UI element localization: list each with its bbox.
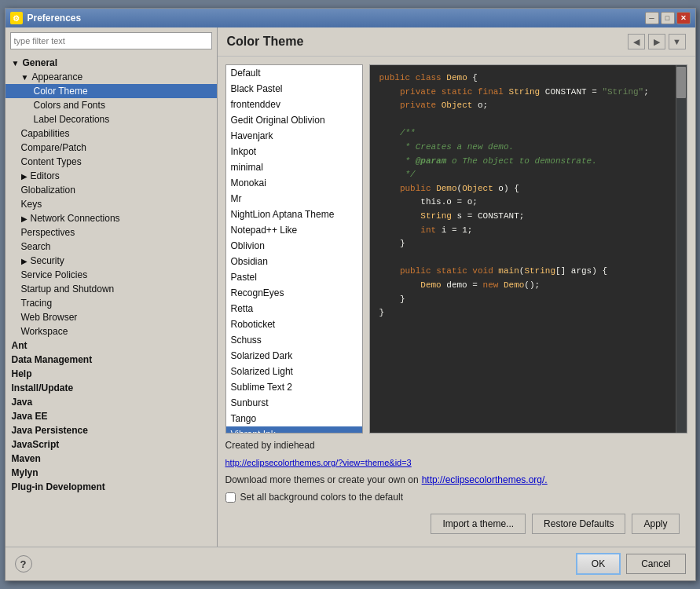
tree-item-general[interactable]: ▼General (5, 56, 217, 70)
theme-item-obsidian[interactable]: Obsidian (226, 254, 362, 269)
window-title: Preferences (27, 13, 640, 24)
nav-forward-button[interactable]: ▶ (648, 34, 665, 49)
tree-item-workspace[interactable]: Workspace (5, 324, 217, 338)
tree-item-web-browser[interactable]: Web Browser (5, 310, 217, 324)
filter-box (5, 27, 217, 54)
theme-item-sublime-text-2[interactable]: Sublime Text 2 (226, 379, 362, 395)
theme-item-frontenddev[interactable]: frontenddev (226, 97, 362, 112)
tree-item-search[interactable]: Search (5, 240, 217, 254)
tree-item-globalization[interactable]: Globalization (5, 183, 217, 197)
theme-item-retta[interactable]: Retta (226, 301, 362, 316)
left-panel: ▼General ▼Appearance Color Theme Colors … (5, 27, 218, 547)
scrollbar-thumb[interactable] (676, 67, 686, 98)
preferences-window: ⚙ Preferences ─ □ ✕ ▼General ▼Appearance (5, 8, 696, 581)
title-bar: ⚙ Preferences ─ □ ✕ (5, 9, 695, 27)
background-checkbox[interactable] (225, 492, 236, 503)
theme-item-inkpot[interactable]: Inkpot (226, 144, 362, 159)
tree-item-service-policies[interactable]: Service Policies (5, 268, 217, 282)
nav-menu-button[interactable]: ▼ (669, 34, 686, 49)
tree-item-appearance[interactable]: ▼Appearance (5, 70, 217, 84)
main-content: ▼General ▼Appearance Color Theme Colors … (5, 27, 695, 547)
preview-scrollbar[interactable] (676, 65, 687, 433)
download-link[interactable]: http://eclipsecolorthemes.org/. (422, 474, 548, 485)
theme-item-gedit[interactable]: Gedit Original Oblivion (226, 112, 362, 128)
tree-item-capabilities[interactable]: Capabilities (5, 126, 217, 141)
theme-item-mr[interactable]: Mr (226, 191, 362, 207)
theme-item-minimal[interactable]: minimal (226, 159, 362, 175)
close-button[interactable]: ✕ (676, 12, 691, 24)
tree-item-ant[interactable]: Ant (5, 338, 217, 353)
cancel-button[interactable]: Cancel (626, 554, 685, 574)
tree-item-help[interactable]: Help (5, 367, 217, 381)
tree-item-security[interactable]: ▶Security (5, 254, 217, 268)
bottom-buttons: Import a theme... Restore Defaults Apply (225, 509, 687, 539)
theme-item-solarized-dark[interactable]: Solarized Dark (226, 348, 362, 364)
right-content: Default Black Pastel frontenddev Gedit O… (218, 57, 695, 547)
tree-item-plugin-dev[interactable]: Plug-in Development (5, 480, 217, 494)
theme-item-sunburst[interactable]: Sunburst (226, 395, 362, 411)
theme-item-vibrant-ink[interactable]: Vibrant Ink (226, 426, 362, 434)
theme-item-solarized-light[interactable]: Solarized Light (226, 364, 362, 379)
restore-defaults-button[interactable]: Restore Defaults (532, 514, 625, 534)
download-text: Download more themes or create your own … (225, 474, 419, 485)
checkbox-row: Set all background colors to the default (225, 492, 687, 503)
tree-item-content-types[interactable]: Content Types (5, 155, 217, 169)
creator-link[interactable]: http://eclipsecolorthemes.org/?view=them… (225, 458, 412, 467)
tree-item-javascript[interactable]: JavaScript (5, 437, 217, 452)
creator-info: Created by indiehead (225, 440, 687, 451)
theme-item-recogneyes[interactable]: RecognEyes (226, 285, 362, 301)
theme-item-black-pastel[interactable]: Black Pastel (226, 81, 362, 97)
tree-item-java-ee[interactable]: Java EE (5, 409, 217, 423)
dialog-bottom: ? OK Cancel (5, 547, 695, 580)
theme-item-notepadpp[interactable]: Notepad++ Like (226, 222, 362, 238)
theme-item-pastel[interactable]: Pastel (226, 269, 362, 285)
tree-item-java[interactable]: Java (5, 395, 217, 409)
creator-link-row: http://eclipsecolorthemes.org/?view=them… (225, 457, 687, 468)
ok-button[interactable]: OK (577, 554, 620, 574)
tree-item-tracing[interactable]: Tracing (5, 296, 217, 310)
themes-list[interactable]: Default Black Pastel frontenddev Gedit O… (225, 64, 363, 434)
window-controls: ─ □ ✕ (645, 12, 691, 24)
import-theme-button[interactable]: Import a theme... (431, 514, 526, 534)
theme-item-nightlion[interactable]: NightLion Aptana Theme (226, 207, 362, 222)
code-preview: public class Demo { private static final… (370, 65, 687, 327)
tree-item-mylyn[interactable]: Mylyn (5, 466, 217, 480)
theme-item-oblivion[interactable]: Oblivion (226, 238, 362, 254)
theme-item-schuss[interactable]: Schuss (226, 332, 362, 348)
filter-input[interactable] (10, 32, 212, 49)
nav-buttons: ◀ ▶ ▼ (628, 34, 686, 49)
download-row: Download more themes or create your own … (225, 474, 687, 485)
apply-button[interactable]: Apply (632, 514, 679, 534)
minimize-button[interactable]: ─ (645, 12, 659, 24)
theme-item-havenjark[interactable]: Havenjark (226, 128, 362, 144)
nav-back-button[interactable]: ◀ (628, 34, 645, 49)
dialog-action-buttons: OK Cancel (577, 554, 686, 574)
tree-item-network-connections[interactable]: ▶Network Connections (5, 211, 217, 225)
tree-item-maven[interactable]: Maven (5, 452, 217, 466)
theme-item-tango[interactable]: Tango (226, 411, 362, 426)
theme-item-roboticket[interactable]: Roboticket (226, 316, 362, 332)
tree-item-colors-fonts[interactable]: Colors and Fonts (5, 98, 217, 112)
tree-item-keys[interactable]: Keys (5, 197, 217, 211)
right-header: Color Theme ◀ ▶ ▼ (218, 27, 695, 57)
window-icon: ⚙ (10, 12, 23, 24)
creator-label: Created by indiehead (225, 440, 315, 451)
theme-item-default[interactable]: Default (226, 65, 362, 81)
tree-item-install-update[interactable]: Install/Update (5, 381, 217, 395)
right-panel: Color Theme ◀ ▶ ▼ Default Black Pastel f… (218, 27, 695, 547)
code-preview-area: public class Demo { private static final… (369, 64, 687, 434)
maximize-button[interactable]: □ (661, 12, 675, 24)
background-checkbox-label: Set all background colors to the default (240, 492, 403, 503)
right-panel-title: Color Theme (227, 35, 628, 49)
tree-item-label-decorations[interactable]: Label Decorations (5, 112, 217, 126)
help-button[interactable]: ? (15, 555, 32, 573)
tree-item-color-theme[interactable]: Color Theme (5, 84, 217, 98)
tree-area: ▼General ▼Appearance Color Theme Colors … (5, 54, 217, 547)
tree-item-data-management[interactable]: Data Management (5, 353, 217, 367)
theme-item-monokai[interactable]: Monokai (226, 175, 362, 191)
tree-item-perspectives[interactable]: Perspectives (5, 225, 217, 240)
tree-item-java-persistence[interactable]: Java Persistence (5, 423, 217, 437)
tree-item-startup-shutdown[interactable]: Startup and Shutdown (5, 282, 217, 296)
tree-item-editors[interactable]: ▶Editors (5, 169, 217, 183)
tree-item-compare-patch[interactable]: Compare/Patch (5, 141, 217, 155)
